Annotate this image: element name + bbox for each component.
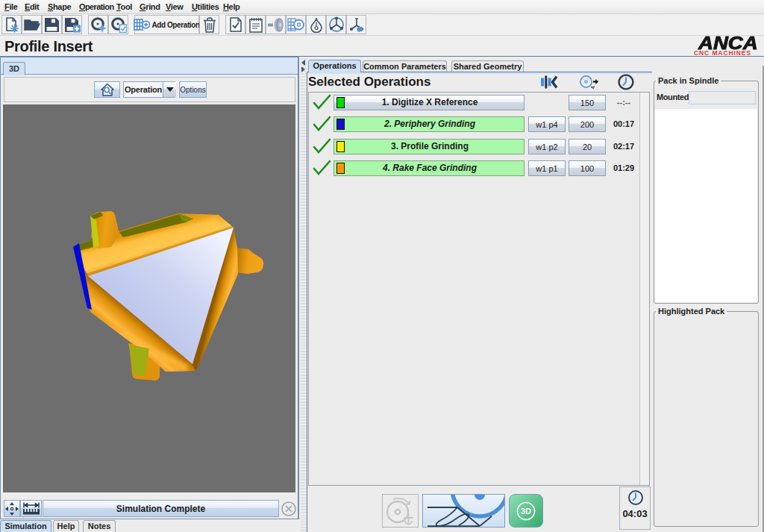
svg-text:3D: 3D: [521, 507, 531, 516]
